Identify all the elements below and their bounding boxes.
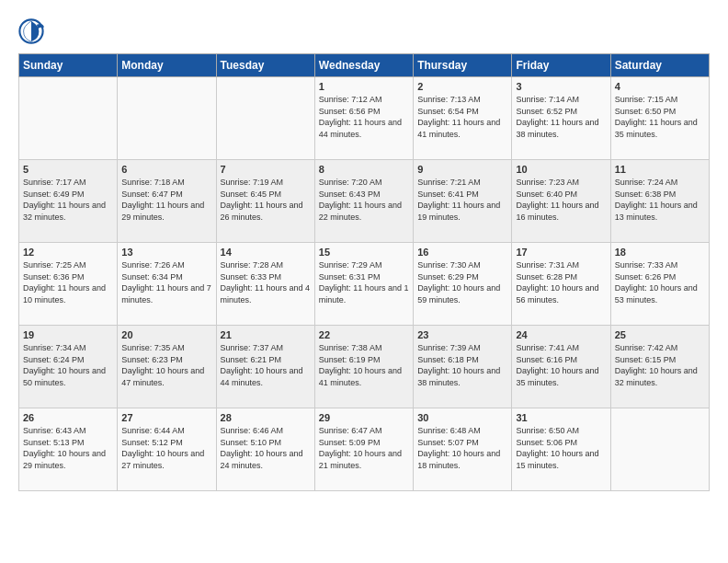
day-number: 11 xyxy=(615,164,705,175)
day-info: Sunrise: 7:37 AM Sunset: 6:21 PM Dayligh… xyxy=(221,342,311,388)
day-info: Sunrise: 7:41 AM Sunset: 6:16 PM Dayligh… xyxy=(516,342,606,388)
day-info: Sunrise: 7:24 AM Sunset: 6:38 PM Dayligh… xyxy=(615,177,705,223)
calendar-day-cell xyxy=(19,77,118,160)
day-info: Sunrise: 7:13 AM Sunset: 6:54 PM Dayligh… xyxy=(417,94,507,140)
day-info: Sunrise: 7:29 AM Sunset: 6:31 PM Dayligh… xyxy=(319,259,409,305)
day-number: 21 xyxy=(221,329,311,340)
day-number: 5 xyxy=(23,164,113,175)
calendar-day-cell: 11Sunrise: 7:24 AM Sunset: 6:38 PM Dayli… xyxy=(610,160,709,243)
weekday-header: Thursday xyxy=(414,54,512,77)
day-number: 3 xyxy=(516,81,606,92)
weekday-header: Friday xyxy=(512,54,610,77)
day-number: 22 xyxy=(319,329,409,340)
calendar-day-cell: 13Sunrise: 7:26 AM Sunset: 6:34 PM Dayli… xyxy=(118,243,216,326)
calendar-table: SundayMondayTuesdayWednesdayThursdayFrid… xyxy=(18,53,710,491)
day-number: 16 xyxy=(417,247,507,258)
weekday-header: Monday xyxy=(118,54,216,77)
day-number: 31 xyxy=(516,412,606,423)
day-number: 26 xyxy=(23,412,113,423)
calendar-week-row: 5Sunrise: 7:17 AM Sunset: 6:49 PM Daylig… xyxy=(19,160,710,243)
day-number: 20 xyxy=(121,329,211,340)
day-number: 4 xyxy=(615,81,705,92)
calendar-day-cell: 24Sunrise: 7:41 AM Sunset: 6:16 PM Dayli… xyxy=(512,326,610,408)
calendar-week-row: 12Sunrise: 7:25 AM Sunset: 6:36 PM Dayli… xyxy=(19,243,710,326)
day-number: 30 xyxy=(417,412,507,423)
day-info: Sunrise: 7:21 AM Sunset: 6:41 PM Dayligh… xyxy=(417,177,507,223)
weekday-header: Saturday xyxy=(610,54,709,77)
calendar-day-cell: 1Sunrise: 7:12 AM Sunset: 6:56 PM Daylig… xyxy=(314,77,413,160)
day-info: Sunrise: 7:15 AM Sunset: 6:50 PM Dayligh… xyxy=(615,94,705,140)
day-number: 13 xyxy=(121,247,211,258)
day-info: Sunrise: 7:18 AM Sunset: 6:47 PM Dayligh… xyxy=(121,177,211,223)
day-info: Sunrise: 6:48 AM Sunset: 5:07 PM Dayligh… xyxy=(417,425,507,471)
calendar-day-cell: 31Sunrise: 6:50 AM Sunset: 5:06 PM Dayli… xyxy=(512,408,610,491)
calendar-day-cell: 5Sunrise: 7:17 AM Sunset: 6:49 PM Daylig… xyxy=(19,160,118,243)
day-number: 19 xyxy=(23,329,113,340)
day-number: 14 xyxy=(221,247,311,258)
day-number: 18 xyxy=(615,247,705,258)
day-info: Sunrise: 7:17 AM Sunset: 6:49 PM Dayligh… xyxy=(23,177,113,223)
calendar-day-cell: 17Sunrise: 7:31 AM Sunset: 6:28 PM Dayli… xyxy=(512,243,610,326)
day-number: 23 xyxy=(417,329,507,340)
calendar-day-cell: 28Sunrise: 6:46 AM Sunset: 5:10 PM Dayli… xyxy=(216,408,314,491)
day-number: 8 xyxy=(319,164,409,175)
calendar-day-cell: 3Sunrise: 7:14 AM Sunset: 6:52 PM Daylig… xyxy=(512,77,610,160)
calendar-day-cell: 9Sunrise: 7:21 AM Sunset: 6:41 PM Daylig… xyxy=(414,160,512,243)
calendar-day-cell: 22Sunrise: 7:38 AM Sunset: 6:19 PM Dayli… xyxy=(314,326,413,408)
day-info: Sunrise: 7:14 AM Sunset: 6:52 PM Dayligh… xyxy=(516,94,606,140)
day-info: Sunrise: 7:42 AM Sunset: 6:15 PM Dayligh… xyxy=(615,342,705,388)
day-info: Sunrise: 6:46 AM Sunset: 5:10 PM Dayligh… xyxy=(221,425,311,471)
calendar-day-cell: 16Sunrise: 7:30 AM Sunset: 6:29 PM Dayli… xyxy=(414,243,512,326)
page-header xyxy=(18,18,710,44)
day-number: 1 xyxy=(319,81,409,92)
calendar-day-cell: 14Sunrise: 7:28 AM Sunset: 6:33 PM Dayli… xyxy=(216,243,314,326)
calendar-day-cell: 26Sunrise: 6:43 AM Sunset: 5:13 PM Dayli… xyxy=(19,408,118,491)
day-info: Sunrise: 7:20 AM Sunset: 6:43 PM Dayligh… xyxy=(319,177,409,223)
weekday-header: Tuesday xyxy=(216,54,314,77)
calendar-day-cell: 10Sunrise: 7:23 AM Sunset: 6:40 PM Dayli… xyxy=(512,160,610,243)
calendar-day-cell xyxy=(216,77,314,160)
day-number: 29 xyxy=(319,412,409,423)
day-number: 25 xyxy=(615,329,705,340)
calendar-day-cell: 21Sunrise: 7:37 AM Sunset: 6:21 PM Dayli… xyxy=(216,326,314,408)
calendar-day-cell: 20Sunrise: 7:35 AM Sunset: 6:23 PM Dayli… xyxy=(118,326,216,408)
day-info: Sunrise: 7:35 AM Sunset: 6:23 PM Dayligh… xyxy=(121,342,211,388)
calendar-week-row: 26Sunrise: 6:43 AM Sunset: 5:13 PM Dayli… xyxy=(19,408,710,491)
day-number: 12 xyxy=(23,247,113,258)
day-info: Sunrise: 7:19 AM Sunset: 6:45 PM Dayligh… xyxy=(221,177,311,223)
day-info: Sunrise: 7:28 AM Sunset: 6:33 PM Dayligh… xyxy=(221,259,311,305)
day-info: Sunrise: 7:39 AM Sunset: 6:18 PM Dayligh… xyxy=(417,342,507,388)
day-info: Sunrise: 6:50 AM Sunset: 5:06 PM Dayligh… xyxy=(516,425,606,471)
day-number: 9 xyxy=(417,164,507,175)
calendar-week-row: 19Sunrise: 7:34 AM Sunset: 6:24 PM Dayli… xyxy=(19,326,710,408)
day-number: 15 xyxy=(319,247,409,258)
calendar-day-cell: 6Sunrise: 7:18 AM Sunset: 6:47 PM Daylig… xyxy=(118,160,216,243)
calendar-day-cell xyxy=(118,77,216,160)
day-info: Sunrise: 7:12 AM Sunset: 6:56 PM Dayligh… xyxy=(319,94,409,140)
day-number: 6 xyxy=(121,164,211,175)
logo-icon xyxy=(18,18,44,44)
calendar-day-cell: 7Sunrise: 7:19 AM Sunset: 6:45 PM Daylig… xyxy=(216,160,314,243)
calendar-day-cell: 12Sunrise: 7:25 AM Sunset: 6:36 PM Dayli… xyxy=(19,243,118,326)
day-info: Sunrise: 6:44 AM Sunset: 5:12 PM Dayligh… xyxy=(121,425,211,471)
logo xyxy=(18,18,48,44)
calendar-day-cell: 29Sunrise: 6:47 AM Sunset: 5:09 PM Dayli… xyxy=(314,408,413,491)
day-number: 24 xyxy=(516,329,606,340)
calendar-day-cell: 25Sunrise: 7:42 AM Sunset: 6:15 PM Dayli… xyxy=(610,326,709,408)
calendar-day-cell: 19Sunrise: 7:34 AM Sunset: 6:24 PM Dayli… xyxy=(19,326,118,408)
day-number: 2 xyxy=(417,81,507,92)
weekday-header: Sunday xyxy=(19,54,118,77)
calendar-day-cell xyxy=(610,408,709,491)
calendar-day-cell: 23Sunrise: 7:39 AM Sunset: 6:18 PM Dayli… xyxy=(414,326,512,408)
day-number: 17 xyxy=(516,247,606,258)
day-info: Sunrise: 7:34 AM Sunset: 6:24 PM Dayligh… xyxy=(23,342,113,388)
day-number: 7 xyxy=(221,164,311,175)
calendar-day-cell: 15Sunrise: 7:29 AM Sunset: 6:31 PM Dayli… xyxy=(314,243,413,326)
day-info: Sunrise: 7:25 AM Sunset: 6:36 PM Dayligh… xyxy=(23,259,113,305)
day-info: Sunrise: 7:30 AM Sunset: 6:29 PM Dayligh… xyxy=(417,259,507,305)
day-number: 10 xyxy=(516,164,606,175)
day-number: 27 xyxy=(121,412,211,423)
day-info: Sunrise: 6:47 AM Sunset: 5:09 PM Dayligh… xyxy=(319,425,409,471)
weekday-header: Wednesday xyxy=(314,54,413,77)
day-info: Sunrise: 7:31 AM Sunset: 6:28 PM Dayligh… xyxy=(516,259,606,305)
